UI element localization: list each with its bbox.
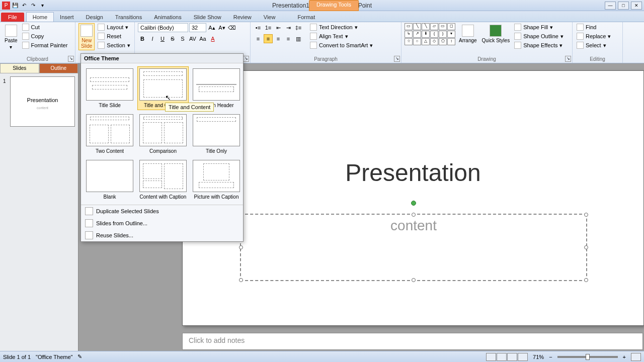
selection-handle[interactable]: [239, 278, 243, 282]
slideshow-view-button[interactable]: [518, 353, 528, 361]
content-text[interactable]: content: [241, 215, 586, 234]
slides-tab[interactable]: Slides: [0, 63, 39, 73]
line-spacing-icon[interactable]: ‡≡: [294, 23, 303, 32]
format-painter-button[interactable]: Format Painter: [21, 41, 69, 49]
selection-handle[interactable]: [584, 213, 588, 217]
font-size-combo[interactable]: 32: [189, 23, 206, 32]
layout-comparison[interactable]: Comparison: [137, 112, 189, 156]
zoom-slider-thumb[interactable]: [586, 354, 590, 360]
arrange-button[interactable]: Arrange: [457, 23, 478, 45]
quick-styles-button[interactable]: Quick Styles: [480, 23, 512, 45]
fit-to-window-button[interactable]: [631, 353, 641, 361]
layout-title-slide[interactable]: Title Slide: [84, 66, 135, 110]
undo-icon[interactable]: ↶: [20, 2, 28, 10]
columns-icon[interactable]: ▥: [294, 34, 303, 43]
text-direction-button[interactable]: Text Direction▾: [309, 23, 374, 31]
tab-insert[interactable]: Insert: [54, 13, 80, 22]
normal-view-button[interactable]: [486, 353, 496, 361]
qat-dropdown-icon[interactable]: ▾: [38, 2, 46, 10]
maximize-button[interactable]: □: [618, 2, 629, 10]
align-text-button[interactable]: Align Text▾: [309, 32, 374, 40]
justify-icon[interactable]: ≡: [284, 34, 293, 43]
content-placeholder[interactable]: content: [240, 214, 587, 281]
italic-icon[interactable]: I: [148, 34, 157, 43]
clipboard-dialog-launcher[interactable]: ↘: [68, 56, 74, 62]
underline-icon[interactable]: U: [158, 34, 167, 43]
layout-button[interactable]: Layout▾: [97, 23, 131, 31]
notes-pane[interactable]: Click to add notes: [182, 333, 643, 350]
selection-handle[interactable]: [412, 213, 416, 217]
tab-slideshow[interactable]: Slide Show: [188, 13, 227, 22]
shape-fill-button[interactable]: Shape Fill▾: [513, 23, 565, 31]
reading-view-button[interactable]: [507, 353, 517, 361]
paste-button[interactable]: Paste ▾: [3, 23, 19, 51]
cut-button[interactable]: Cut: [21, 23, 69, 31]
font-dialog-launcher[interactable]: ↘: [243, 56, 249, 62]
redo-icon[interactable]: ↷: [29, 2, 37, 10]
layout-blank[interactable]: Blank: [84, 158, 135, 202]
tab-format[interactable]: Format: [291, 13, 321, 22]
selection-handle[interactable]: [584, 278, 588, 282]
action-reuse-slides[interactable]: Reuse Slides...: [81, 229, 243, 241]
layout-content-with-caption[interactable]: Content with Caption: [137, 158, 189, 202]
selection-handle[interactable]: [412, 278, 416, 282]
tab-transitions[interactable]: Transitions: [109, 13, 148, 22]
new-slide-button[interactable]: New Slide: [78, 23, 95, 50]
select-button[interactable]: Select▾: [576, 41, 612, 49]
section-button[interactable]: Section▾: [97, 41, 131, 49]
tab-review[interactable]: Review: [227, 13, 258, 22]
shrink-font-icon[interactable]: A▾: [217, 23, 226, 32]
replace-button[interactable]: Replace▾: [576, 32, 612, 40]
shape-effects-button[interactable]: Shape Effects▾: [513, 41, 565, 49]
reset-button[interactable]: Reset: [97, 32, 131, 40]
drawing-tools-contextual-tab[interactable]: Drawing Tools: [309, 0, 359, 11]
strikethrough-icon[interactable]: S: [168, 34, 177, 43]
align-left-icon[interactable]: ≡: [254, 34, 263, 43]
grow-font-icon[interactable]: A▴: [207, 23, 216, 32]
convert-smartart-button[interactable]: Convert to SmartArt▾: [309, 41, 374, 49]
paragraph-dialog-launcher[interactable]: ↘: [394, 56, 400, 62]
slide-canvas[interactable]: Presentation content: [182, 70, 644, 326]
selection-handle[interactable]: [239, 245, 243, 249]
align-right-icon[interactable]: ≡: [274, 34, 283, 43]
decrease-indent-icon[interactable]: ⇤: [274, 23, 283, 32]
tab-file[interactable]: File: [1, 13, 24, 22]
slide-title-text[interactable]: Presentation: [183, 159, 643, 187]
character-spacing-icon[interactable]: AV: [188, 34, 197, 43]
selection-handle[interactable]: [584, 245, 588, 249]
change-case-icon[interactable]: Aa: [198, 34, 207, 43]
clear-formatting-icon[interactable]: ⌫: [227, 23, 236, 32]
tab-home[interactable]: Home: [26, 12, 54, 22]
action-duplicate-slides[interactable]: Duplicate Selected Slides: [81, 205, 243, 217]
rotation-handle[interactable]: [411, 201, 416, 206]
numbering-icon[interactable]: 1≡: [264, 23, 273, 32]
tab-animations[interactable]: Animations: [148, 13, 187, 22]
zoom-percent[interactable]: 71%: [533, 354, 544, 360]
slide-thumbnail-1[interactable]: Presentation content: [10, 76, 75, 127]
shapes-gallery[interactable]: ▭╲╲▱▭◻ ↳↗⬇{}▾ ☆○△◇⬠↕: [405, 23, 455, 45]
layout-two-content[interactable]: Two Content: [84, 112, 135, 156]
layout-title-only[interactable]: Title Only: [191, 112, 242, 156]
layout-picture-with-caption[interactable]: Picture with Caption: [191, 158, 242, 202]
sorter-view-button[interactable]: [497, 353, 507, 361]
tab-view[interactable]: View: [258, 13, 282, 22]
zoom-slider[interactable]: [557, 356, 618, 358]
drawing-dialog-launcher[interactable]: ↘: [565, 56, 571, 62]
spellcheck-icon[interactable]: ✎: [77, 353, 82, 360]
find-button[interactable]: Find: [576, 23, 612, 31]
close-button[interactable]: ✕: [631, 2, 642, 10]
bold-icon[interactable]: B: [138, 34, 147, 43]
save-icon[interactable]: 💾: [11, 2, 19, 10]
zoom-in-button[interactable]: +: [623, 354, 626, 360]
align-center-icon[interactable]: ≡: [264, 34, 273, 43]
action-slides-from-outline[interactable]: Slides from Outline...: [81, 217, 243, 229]
zoom-out-button[interactable]: −: [549, 354, 552, 360]
font-name-combo[interactable]: Calibri (Body): [138, 23, 188, 32]
shape-outline-button[interactable]: Shape Outline▾: [513, 32, 565, 40]
bullets-icon[interactable]: •≡: [254, 23, 263, 32]
tab-design[interactable]: Design: [80, 13, 109, 22]
shadow-icon[interactable]: S: [178, 34, 187, 43]
copy-button[interactable]: Copy: [21, 32, 69, 40]
outline-tab[interactable]: Outline: [39, 63, 78, 73]
minimize-button[interactable]: —: [605, 2, 616, 10]
